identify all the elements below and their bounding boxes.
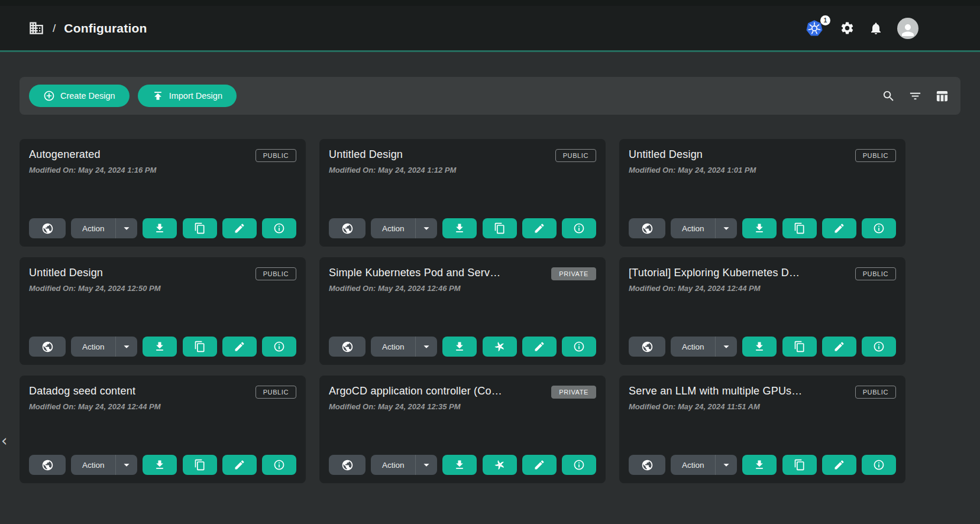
download-button[interactable] [742,455,777,475]
download-button[interactable] [742,337,777,357]
info-button[interactable] [562,337,596,357]
table-view-button[interactable] [935,89,949,103]
kubernetes-context-button[interactable]: 1 [806,20,826,37]
info-button[interactable] [262,337,296,357]
drawer-collapse-handle[interactable]: ‹ [1,433,7,448]
info-icon [873,459,885,471]
edit-button[interactable] [222,455,257,475]
avatar[interactable] [897,18,918,39]
edit-button[interactable] [522,455,557,475]
design-title: [Tutorial] Exploring Kubernetes D… [629,267,800,279]
action-dropdown-toggle[interactable] [716,455,737,475]
pencil-icon [234,459,245,471]
visibility-globe-button[interactable] [629,218,665,238]
action-split-button[interactable]: Action [671,218,737,238]
edit-button[interactable] [822,337,856,357]
action-split-button[interactable]: Action [71,218,137,238]
info-button[interactable] [862,337,896,357]
edit-button[interactable] [222,218,257,238]
action-split-button[interactable]: Action [371,218,437,238]
clone-button[interactable] [183,218,217,238]
visibility-globe-button[interactable] [629,455,665,475]
action-split-button[interactable]: Action [371,455,437,475]
spiral-action-button[interactable] [483,337,517,357]
action-button-label[interactable]: Action [71,337,115,357]
action-dropdown-toggle[interactable] [116,337,137,357]
visibility-globe-button[interactable] [29,337,66,357]
visibility-globe-button[interactable] [629,337,665,357]
chevron-down-icon [420,222,433,235]
clone-button[interactable] [782,455,817,475]
visibility-badge: PUBLIC [855,386,896,399]
action-button-label[interactable]: Action [671,337,715,357]
card-action-row: Action [329,218,596,238]
action-dropdown-toggle[interactable] [116,455,137,475]
clone-button[interactable] [183,455,217,475]
info-button[interactable] [262,218,296,238]
modified-on-text: Modified On: May 24, 2024 12:46 PM [329,284,596,293]
clone-button[interactable] [782,218,817,238]
action-button-label[interactable]: Action [371,455,415,475]
download-button[interactable] [143,337,177,357]
create-design-button[interactable]: Create Design [29,85,130,107]
action-button-label[interactable]: Action [371,337,415,357]
action-dropdown-toggle[interactable] [416,455,437,475]
visibility-globe-button[interactable] [29,218,66,238]
edit-button[interactable] [822,218,856,238]
visibility-badge: PUBLIC [255,149,296,162]
edit-button[interactable] [222,337,257,357]
info-button[interactable] [562,218,596,238]
clone-button[interactable] [183,337,217,357]
action-split-button[interactable]: Action [71,455,137,475]
action-split-button[interactable]: Action [671,455,737,475]
edit-button[interactable] [522,337,557,357]
notifications-button[interactable] [869,21,883,35]
visibility-globe-button[interactable] [329,455,366,475]
edit-button[interactable] [522,218,557,238]
clone-button[interactable] [483,218,517,238]
edit-button[interactable] [822,455,856,475]
action-button-label[interactable]: Action [671,455,715,475]
visibility-badge: PUBLIC [255,267,296,280]
info-icon [573,459,585,471]
visibility-globe-button[interactable] [329,337,366,357]
download-button[interactable] [442,337,477,357]
action-dropdown-toggle[interactable] [716,337,737,357]
search-button[interactable] [882,89,895,103]
download-button[interactable] [442,455,477,475]
download-button[interactable] [742,218,777,238]
clone-button[interactable] [782,337,817,357]
action-dropdown-toggle[interactable] [416,337,437,357]
design-title: ArgoCD application controller (Co… [329,385,502,397]
info-button[interactable] [862,455,896,475]
visibility-globe-button[interactable] [329,218,366,238]
info-button[interactable] [262,455,296,475]
action-dropdown-toggle[interactable] [416,218,437,238]
action-split-button[interactable]: Action [671,337,737,357]
filter-button[interactable] [908,89,922,103]
pencil-icon [234,222,245,234]
download-icon [454,341,465,352]
download-button[interactable] [143,218,177,238]
design-title: Datadog seed content [29,385,135,397]
action-button-label[interactable]: Action [371,218,415,238]
action-button-label[interactable]: Action [71,455,115,475]
spiral-action-button[interactable] [483,455,517,475]
info-icon [573,222,585,234]
visibility-globe-button[interactable] [29,455,66,475]
info-button[interactable] [562,455,596,475]
window-top-strip [0,0,980,6]
action-button-label[interactable]: Action [71,218,115,238]
action-split-button[interactable]: Action [71,337,137,357]
building-icon[interactable] [28,20,44,36]
info-button[interactable] [862,218,896,238]
action-button-label[interactable]: Action [671,218,715,238]
action-dropdown-toggle[interactable] [716,218,737,238]
copy-icon [794,341,806,352]
download-button[interactable] [143,455,177,475]
action-split-button[interactable]: Action [371,337,437,357]
settings-button[interactable] [840,21,855,35]
download-button[interactable] [442,218,477,238]
import-design-button[interactable]: Import Design [138,85,237,107]
action-dropdown-toggle[interactable] [116,218,137,238]
